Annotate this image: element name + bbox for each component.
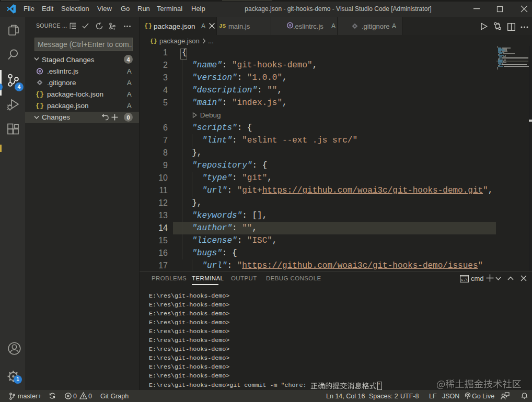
svg-text:c:\: c:\ xyxy=(461,278,468,282)
